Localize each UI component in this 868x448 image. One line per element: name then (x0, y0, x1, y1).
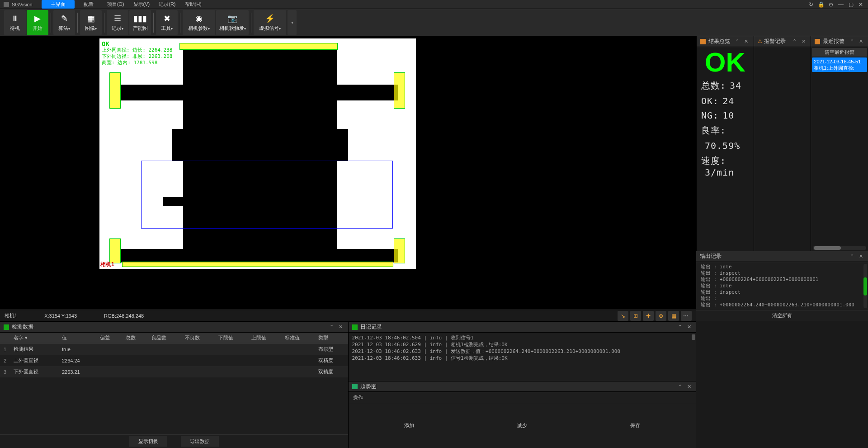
log-panel: 日记记录 ⌃ ✕ 2021-12-03 18:46:02.504 | info … (348, 322, 697, 448)
minimize-icon[interactable]: — (837, 1, 844, 8)
trend-save-button[interactable]: 保存 (621, 421, 649, 430)
camera-trigger-icon: 📷 (227, 13, 238, 24)
close-panel-icon[interactable]: ✕ (857, 38, 864, 45)
overlay-tool-2[interactable]: ⊞ (630, 311, 641, 321)
menu-record[interactable]: 记录(R) (154, 0, 180, 9)
overlay-tool-3[interactable]: ✚ (643, 311, 654, 321)
algo-button[interactable]: ✎ 算法▾ (53, 10, 75, 35)
log-line: 2021-12-03 18:46:02.629 | info | 相机1检测完成… (352, 341, 693, 348)
recent-alarm-panel: 最近报警 ⌃ ✕ 清空最近报警 2021-12-03-18-45-51 相机1:… (811, 36, 868, 251)
trend-title: 趋势图 (360, 383, 675, 391)
overlay-tool-5[interactable]: ▦ (668, 311, 679, 321)
detect-title: 检测数据 (12, 323, 326, 331)
menu-display[interactable]: 显示(V) (129, 0, 155, 9)
trend-op-label: 操作 (349, 392, 697, 403)
app-title: SGVision (12, 2, 33, 7)
lock-icon[interactable]: 🔒 (817, 1, 825, 8)
summary-big-status: OK (701, 49, 749, 76)
list-icon (4, 324, 9, 330)
export-data-button[interactable]: 导出数据 (181, 436, 219, 447)
start-button[interactable]: ▶ 开始 (27, 10, 48, 35)
table-row[interactable]: 1检测结果true布尔型 (0, 343, 348, 355)
collapse-icon[interactable]: ⌃ (734, 38, 741, 45)
output-line: 输出 : inspect (701, 270, 863, 276)
summary-row: 总数:34 (701, 78, 749, 94)
pin-icon[interactable]: ⊙ (827, 1, 835, 8)
toolbar: ⏸ 待机 ▶ 开始 ✎ 算法▾ ▦ 图像▾ ☰ 记录▾ ▮▮▮ 产能图 ✖ 工具… (0, 9, 868, 36)
maximize-icon[interactable]: ▢ (847, 1, 854, 8)
close-icon[interactable]: ✕ (857, 1, 864, 8)
toggle-display-button[interactable]: 显示切换 (129, 436, 167, 447)
output-line: 输出 : inspect (701, 289, 863, 295)
clear-recent-button[interactable]: 清空最近报警 (812, 48, 867, 57)
collapse-icon[interactable]: ⌃ (676, 383, 684, 390)
output-body[interactable]: 输出 : idle输出 : inspect输出 : +0000002264+00… (696, 262, 868, 310)
log-button[interactable]: ☰ 记录▾ (107, 10, 128, 35)
warning-icon: ⚠ (758, 38, 762, 44)
close-panel-icon[interactable]: ✕ (857, 253, 864, 260)
status-coords: X:3154 Y:1943 (44, 313, 77, 319)
scrollbar-horizontal[interactable] (813, 246, 866, 250)
summary-row: 速度:3/min (701, 153, 749, 180)
trend-icon (352, 384, 358, 389)
collapse-icon[interactable]: ⌃ (848, 253, 855, 260)
wrench-icon: ✖ (161, 13, 172, 24)
tab-main[interactable]: 主界面 (42, 0, 75, 9)
output-panel: 输出记录 ⌃ ✕ 输出 : idle输出 : inspect输出 : +0000… (696, 251, 868, 321)
summary-panel: 结果总览 ⌃ ✕ OK 总数:34OK:24NG:10良率:70.59%速度:3… (696, 36, 754, 251)
summary-icon (700, 39, 706, 44)
roi-box (141, 161, 393, 229)
perf-button[interactable]: ▮▮▮ 产能图 (129, 10, 151, 35)
scrollbar-vertical[interactable] (863, 264, 867, 308)
log-icon (352, 324, 358, 330)
log-title: 日记记录 (360, 323, 675, 331)
menu-project[interactable]: 项目(O) (103, 0, 129, 9)
scrollbar-thumb[interactable] (692, 334, 695, 340)
collapse-icon[interactable]: ⌃ (328, 324, 335, 331)
status-camera: 相机1 (5, 312, 17, 319)
output-line: 输出 : idle (701, 283, 863, 289)
close-panel-icon[interactable]: ✕ (337, 324, 344, 331)
clear-all-button[interactable]: 清空所有 (696, 310, 868, 321)
close-panel-icon[interactable]: ✕ (800, 38, 807, 45)
overlay-tool-1[interactable]: ↘ (618, 311, 628, 321)
soft-trigger-button[interactable]: 📷 相机软触发▾ (216, 10, 249, 35)
bolt-icon: ⚡ (264, 13, 275, 24)
canvas-measure-3: 商宽: 边内: 1781.598 (102, 60, 172, 66)
tab-config[interactable]: 配置 (75, 0, 103, 9)
scrollbar-thumb[interactable] (814, 246, 841, 250)
close-panel-icon[interactable]: ✕ (685, 383, 693, 390)
close-panel-icon[interactable]: ✕ (743, 38, 750, 45)
overlay-tool-4[interactable]: ⊕ (656, 311, 666, 321)
log-body[interactable]: 2021-12-03 18:46:02.504 | info | 收到信号120… (349, 333, 697, 381)
status-bar: 相机1 X:3154 Y:1943 RGB:248,248,248 ↘ ⊞ ✚ … (0, 310, 696, 321)
app-icon (4, 2, 9, 7)
edit-icon: ✎ (59, 13, 70, 24)
collapse-icon[interactable]: ⌃ (676, 324, 684, 331)
menu-help[interactable]: 帮助(H) (180, 0, 206, 9)
image-button[interactable]: ▦ 图像▾ (80, 10, 102, 35)
log-line: 2021-12-03 18:46:02.504 | info | 收到信号1 (352, 334, 693, 341)
toolbar-more-dropdown[interactable]: ▾ (288, 10, 297, 35)
recent-icon (815, 39, 820, 44)
scrollbar-thumb[interactable] (863, 277, 867, 295)
detect-panel: 检测数据 ⌃ ✕ 名字 ▾ 值 偏差 总数 良品数 (0, 322, 348, 448)
overlay-tool-more[interactable]: ⋯ (681, 311, 692, 321)
trend-add-button[interactable]: 添加 (395, 421, 423, 430)
close-panel-icon[interactable]: ✕ (685, 324, 693, 331)
refresh-icon[interactable]: ↻ (807, 1, 815, 8)
collapse-icon[interactable]: ⌃ (791, 38, 798, 45)
alarm-list-item[interactable]: 2021-12-03-18-45-51 相机1:上外圆直径: (812, 57, 867, 72)
table-row[interactable]: 3下外圆直径2263.21双精度 (0, 366, 348, 377)
standby-button[interactable]: ⏸ 待机 (4, 10, 26, 35)
virtual-signal-button[interactable]: ⚡ 虚拟信号▾ (254, 10, 286, 35)
barchart-icon: ▮▮▮ (135, 13, 146, 24)
summary-row: NG:10 (701, 108, 749, 123)
table-row[interactable]: 2上外圆直径2264.24双精度 (0, 355, 348, 366)
collapse-icon[interactable]: ⌃ (848, 38, 855, 45)
cam-params-button[interactable]: ◉ 相机参数▾ (183, 10, 215, 35)
trend-reduce-button[interactable]: 减少 (508, 421, 536, 430)
image-area[interactable]: OK 上外同直径: 边长: 2264.238 下外同边径: 非累: 2263.2… (0, 36, 696, 310)
tool-button[interactable]: ✖ 工具▾ (156, 10, 178, 35)
vision-canvas: OK 上外同直径: 边长: 2264.238 下外同边径: 非累: 2263.2… (99, 38, 416, 269)
